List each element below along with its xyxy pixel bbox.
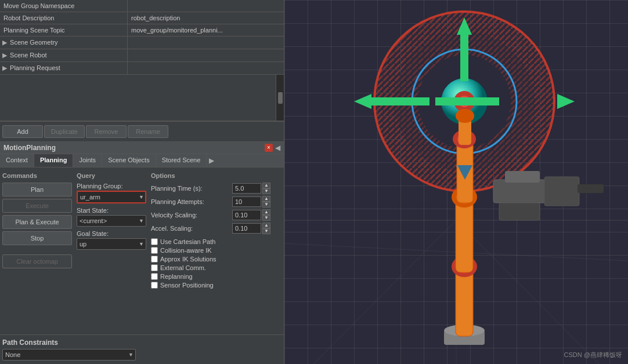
svg-rect-17 [371,97,430,105]
prop-row-scene-robot[interactable]: ▶ Scene Robot [0,49,284,62]
rename-button[interactable]: Rename [128,125,168,138]
svg-rect-21 [460,35,468,81]
svg-rect-43 [544,177,579,206]
planning-time-down[interactable]: ▼ [262,188,270,194]
velocity-scaling-row: Velocity Scaling: ▲ ▼ [151,209,281,221]
accel-scaling-label: Accel. Scaling: [151,225,232,232]
motion-close-button[interactable]: × [265,144,273,152]
svg-rect-19 [435,97,499,105]
svg-point-38 [456,109,474,123]
plan-button[interactable]: Plan [2,183,72,196]
tab-stored-scene[interactable]: Stored Scene [156,154,207,167]
planning-attempts-up[interactable]: ▲ [262,196,270,202]
checkbox-label-replanning[interactable]: Replanning [160,273,193,280]
accel-scaling-up[interactable]: ▲ [262,223,270,228]
motion-collapse-arrow[interactable]: ◀ [275,144,280,152]
prop-val-robot-desc: robot_description [128,12,284,24]
accel-scaling-input[interactable] [232,223,261,234]
prop-key-robot-desc: Robot Description [0,12,128,24]
checkbox-external_comm[interactable] [151,264,158,271]
velocity-scaling-input[interactable] [232,210,261,220]
planning-time-row: Planning Time (s): ▲ ▼ [151,183,281,194]
tab-context[interactable]: Context [0,154,34,167]
svg-rect-41 [499,203,540,220]
motion-header-title: MotionPlanning [3,144,265,152]
path-constraints-label: Path Constraints [2,338,281,347]
prop-row-scene-geometry[interactable]: ▶ Scene Geometry [0,37,284,49]
checkbox-collision_aware[interactable] [151,247,158,254]
checkbox-label-sensor_positioning[interactable]: Sensor Positioning [160,282,214,289]
remove-button[interactable]: Remove [86,125,127,138]
checkbox-use_cartesian[interactable] [151,238,158,245]
accel-scaling-down[interactable]: ▼ [262,228,270,234]
prop-val-planning-request [128,62,284,74]
goal-state-select-wrap: up home ready ▼ [77,238,146,250]
checkbox-replanning[interactable] [151,273,158,280]
accel-scaling-spin: ▲ ▼ [232,223,270,234]
stop-button[interactable]: Stop [2,231,72,245]
options-column: Options Planning Time (s): ▲ ▼ Plannin [151,172,281,330]
prop-row-robot-desc: Robot Description robot_description [0,12,284,24]
query-column: Query Planning Group: ur_arm arm manipul… [77,172,146,330]
checkbox-sensor_positioning[interactable] [151,282,158,289]
clear-octomap-button[interactable]: Clear octomap [2,254,72,268]
robot-svg [284,0,628,364]
viewport-3d[interactable]: CSDN @燕肆稀饭呀 [284,0,628,364]
checkbox-label-external_comm[interactable]: External Comm. [160,264,206,271]
checkbox-label-collision_aware[interactable]: Collision-aware IK [160,247,212,254]
options-title: Options [151,172,281,179]
start-state-select[interactable]: <current> ready home [77,215,146,227]
planning-group-select[interactable]: ur_arm arm manipulator [77,191,146,203]
checkbox-row-use_cartesian: Use Cartesian Path [151,238,281,245]
motion-content: Commands Plan Execute Plan & Execute Sto… [0,168,284,334]
velocity-scaling-spinners: ▲ ▼ [262,209,270,221]
checkbox-row-external_comm: External Comm. [151,264,281,271]
tab-joints[interactable]: Joints [73,154,102,167]
path-constraints-select-wrap: None ▼ [2,349,136,361]
commands-column: Commands Plan Execute Plan & Execute Sto… [2,172,72,330]
plan-execute-button[interactable]: Plan & Execute [2,215,72,229]
accel-scaling-spinners: ▲ ▼ [262,223,270,234]
goal-state-select[interactable]: up home ready [77,238,146,250]
tabs-row: Context Planning Joints Scene Objects St… [0,154,284,168]
checkbox-approx_ik[interactable] [151,256,158,263]
velocity-scaling-down[interactable]: ▼ [262,215,270,221]
path-constraints-section: Path Constraints None ▼ [0,334,284,364]
commands-title: Commands [2,172,72,179]
prop-row-planning-request[interactable]: ▶ Planning Request [0,62,284,75]
motion-header: MotionPlanning × ◀ [0,142,284,154]
planning-attempts-spin: ▲ ▼ [232,196,270,208]
tab-scene-objects[interactable]: Scene Objects [102,154,156,167]
start-state-label: Start State: [77,207,146,214]
checkbox-label-approx_ik[interactable]: Approx IK Solutions [160,256,216,263]
planning-attempts-input[interactable] [232,196,261,207]
add-button[interactable]: Add [2,125,43,138]
expand-icon-planning: ▶ [2,64,7,71]
planning-attempts-down[interactable]: ▼ [262,202,270,208]
planning-time-spinners: ▲ ▼ [262,183,270,194]
accel-scaling-row: Accel. Scaling: ▲ ▼ [151,223,281,234]
checkbox-label-use_cartesian[interactable]: Use Cartesian Path [160,238,215,245]
planning-group-label: Planning Group: [77,183,146,190]
planning-time-input[interactable] [232,183,261,194]
execute-button[interactable]: Execute [2,199,72,213]
planning-group-select-wrap: ur_arm arm manipulator ▼ [77,191,146,203]
velocity-scaling-spin: ▲ ▼ [232,209,270,221]
tab-planning[interactable]: Planning [34,154,73,167]
checkbox-row-approx_ik: Approx IK Solutions [151,256,281,263]
checkbox-row-collision_aware: Collision-aware IK [151,247,281,254]
planning-attempts-spinners: ▲ ▼ [262,196,270,208]
path-constraints-select[interactable]: None [2,349,136,361]
options-checkboxes: Use Cartesian PathCollision-aware IKAppr… [151,238,281,289]
velocity-scaling-up[interactable]: ▲ [262,209,270,215]
properties-buttons: Add Duplicate Remove Rename [0,121,284,142]
planning-time-up[interactable]: ▲ [262,183,270,188]
prop-val-scene-robot [128,49,284,61]
watermark: CSDN @燕肆稀饭呀 [564,351,622,359]
prop-row-namespace: Move Group Namespace [0,0,284,12]
prop-key-scene-robot: ▶ Scene Robot [0,49,128,61]
duplicate-button[interactable]: Duplicate [44,125,85,138]
tab-scroll-arrow[interactable]: ▶ [207,154,216,167]
checkbox-row-sensor_positioning: Sensor Positioning [151,282,281,289]
prop-key-scene-geometry: ▶ Scene Geometry [0,37,128,49]
